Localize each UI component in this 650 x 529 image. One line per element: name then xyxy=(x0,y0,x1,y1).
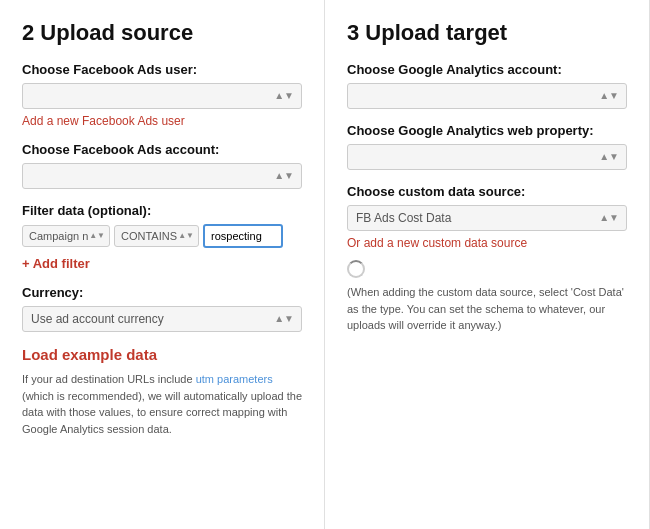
info-text-1: If your ad destination URLs include xyxy=(22,373,196,385)
info-text-2: (which is recommended), we will automati… xyxy=(22,390,302,435)
fb-account-select-wrapper: ▲▼ xyxy=(22,163,302,189)
upload-source-panel: 2 Upload source Choose Facebook Ads user… xyxy=(0,0,325,529)
loading-spinner xyxy=(347,260,365,278)
filter-operator-wrap: CONTAINS ▲▼ xyxy=(114,225,199,247)
fb-user-select[interactable] xyxy=(22,83,302,109)
upload-target-panel: 3 Upload target Choose Google Analytics … xyxy=(325,0,650,529)
add-filter-link[interactable]: + Add filter xyxy=(22,256,302,271)
filter-operator-select[interactable]: CONTAINS xyxy=(114,225,199,247)
add-fb-user-link[interactable]: Add a new Facebook Ads user xyxy=(22,114,302,128)
ga-property-select[interactable] xyxy=(347,144,627,170)
currency-label: Currency: xyxy=(22,285,302,300)
ga-account-label: Choose Google Analytics account: xyxy=(347,62,627,77)
ga-property-label: Choose Google Analytics web property: xyxy=(347,123,627,138)
currency-select[interactable]: Use ad account currency xyxy=(22,306,302,332)
filter-row: Campaign n ▲▼ CONTAINS ▲▼ xyxy=(22,224,302,248)
filter-value-input[interactable] xyxy=(203,224,283,248)
fb-user-label: Choose Facebook Ads user: xyxy=(22,62,302,77)
currency-select-wrapper: Use ad account currency ▲▼ xyxy=(22,306,302,332)
fb-user-select-wrapper: ▲▼ xyxy=(22,83,302,109)
ga-property-select-wrapper: ▲▼ xyxy=(347,144,627,170)
fb-account-select[interactable] xyxy=(22,163,302,189)
utm-link[interactable]: utm parameters xyxy=(196,373,273,385)
filter-field-wrap: Campaign n ▲▼ xyxy=(22,225,110,247)
info-text: If your ad destination URLs include utm … xyxy=(22,371,302,437)
ga-account-select[interactable] xyxy=(347,83,627,109)
load-example-link[interactable]: Load example data xyxy=(22,346,302,363)
custom-source-select[interactable]: FB Ads Cost Data xyxy=(347,205,627,231)
upload-target-title: 3 Upload target xyxy=(347,20,627,46)
note-text: (When adding the custom data source, sel… xyxy=(347,284,627,334)
spinner-container xyxy=(347,260,627,278)
upload-source-title: 2 Upload source xyxy=(22,20,302,46)
fb-account-label: Choose Facebook Ads account: xyxy=(22,142,302,157)
custom-source-select-wrapper: FB Ads Cost Data ▲▼ xyxy=(347,205,627,231)
add-custom-source-link[interactable]: Or add a new custom data source xyxy=(347,236,627,250)
custom-source-label: Choose custom data source: xyxy=(347,184,627,199)
ga-account-select-wrapper: ▲▼ xyxy=(347,83,627,109)
filter-field-select[interactable]: Campaign n xyxy=(22,225,110,247)
filter-label: Filter data (optional): xyxy=(22,203,302,218)
